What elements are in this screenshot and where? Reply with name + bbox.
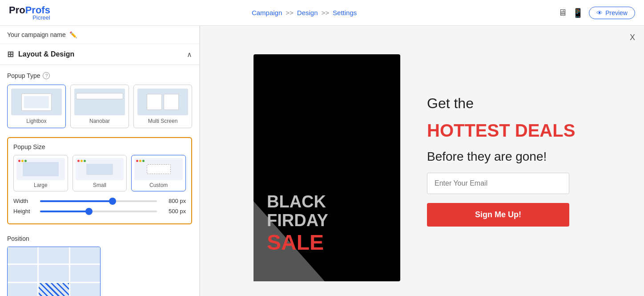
pos-cell-mc[interactable]	[39, 265, 68, 281]
logo[interactable]: ProProfs Picreel	[9, 4, 50, 21]
multiscreen-label: Multi Screen	[148, 118, 178, 124]
position-grid	[7, 247, 101, 296]
campaign-name-text: Your campaign name	[7, 31, 66, 38]
pos-cell-br[interactable]	[70, 283, 100, 296]
nav-settings[interactable]: Settings	[333, 9, 357, 16]
height-slider-track[interactable]	[40, 211, 157, 212]
popup-type-options: Lightbox Nanobar	[7, 85, 192, 128]
height-label: Height	[13, 208, 36, 215]
tablet-icon[interactable]: 📱	[572, 8, 584, 18]
layout-icon: ⊞	[7, 49, 14, 59]
height-slider-fill	[40, 211, 89, 212]
nanobar-label: Nanobar	[89, 118, 110, 124]
popup-type-multiscreen[interactable]: Multi Screen	[133, 85, 192, 128]
bf-friday-text: FIRDAY	[267, 211, 328, 230]
popup-container: BLACK FIRDAY SALE Get the HOTTEST DEALS …	[200, 26, 644, 296]
bf-text-container: BLACK FIRDAY SALE	[254, 193, 400, 255]
popup-type-area: Popup Type ? Lightbox	[0, 65, 199, 132]
breadcrumb-nav: Campaign >> Design >> Settings	[252, 9, 357, 16]
popup-type-nanobar[interactable]: Nanobar	[70, 85, 129, 128]
popup-size-area: Popup Size Large	[7, 137, 192, 224]
size-option-custom[interactable]: Custom	[131, 155, 186, 191]
sidebar: Your campaign name ✏️ ⊞ Layout & Design …	[0, 26, 200, 296]
nav-sep1: >>	[286, 9, 294, 16]
pos-cell-bc[interactable]	[39, 283, 68, 296]
height-value: 500 px	[161, 208, 186, 215]
pos-cell-tc[interactable]	[39, 247, 68, 264]
get-the-text: Get the	[427, 95, 617, 112]
help-icon[interactable]: ?	[43, 72, 50, 79]
popup-size-label: Popup Size	[13, 143, 186, 150]
popup-type-text: Popup Type	[7, 72, 40, 79]
lightbox-label: Lightbox	[26, 118, 46, 124]
signup-button[interactable]: Sign Me Up!	[427, 203, 569, 227]
size-option-small[interactable]: Small	[72, 155, 127, 191]
width-slider-row: Width 800 px	[13, 198, 186, 204]
pos-cell-ml[interactable]	[8, 265, 37, 281]
width-slider-fill	[40, 200, 113, 202]
section-header-left: ⊞ Layout & Design	[7, 49, 74, 59]
nav-campaign[interactable]: Campaign	[252, 9, 282, 16]
nanobar-preview	[74, 89, 125, 115]
hottest-deals-text: HOTTEST DEALS	[427, 121, 617, 141]
position-label: Position	[7, 235, 192, 242]
small-label: Small	[93, 182, 106, 188]
eye-icon: 👁	[596, 9, 603, 16]
bf-black-text: BLACK	[267, 193, 326, 211]
close-button[interactable]: X	[630, 33, 635, 42]
custom-preview	[134, 158, 183, 180]
email-input[interactable]	[427, 173, 569, 194]
small-preview	[76, 158, 124, 180]
popup-type-label: Popup Type ?	[7, 72, 192, 79]
pos-cell-bl[interactable]	[8, 283, 37, 296]
lightbox-preview	[11, 89, 62, 115]
get-the-label: Get the	[427, 95, 474, 111]
header-actions: 🖥 📱 👁 Preview	[558, 7, 635, 19]
header: ProProfs Picreel Campaign >> Design >> S…	[0, 0, 644, 26]
campaign-name-row: Your campaign name ✏️	[0, 26, 199, 44]
nav-design[interactable]: Design	[297, 9, 318, 16]
height-slider-thumb[interactable]	[85, 208, 93, 215]
large-preview	[16, 158, 65, 180]
section-collapse-icon[interactable]: ∧	[187, 50, 192, 59]
width-label: Width	[13, 198, 36, 204]
size-option-large[interactable]: Large	[13, 155, 68, 191]
layout-design-section-header: ⊞ Layout & Design ∧	[0, 44, 199, 65]
before-gone-text: Before they are gone!	[427, 150, 617, 164]
multi-box-1	[147, 94, 162, 110]
height-slider-row: Height 500 px	[13, 208, 186, 215]
desktop-icon[interactable]: 🖥	[558, 8, 567, 18]
large-label: Large	[34, 182, 48, 188]
custom-label: Custom	[149, 182, 168, 188]
pos-cell-mr[interactable]	[70, 265, 100, 281]
multiscreen-preview	[137, 89, 188, 115]
position-area: Position	[0, 230, 199, 296]
width-slider-track[interactable]	[40, 200, 157, 202]
size-options: Large Small	[13, 155, 186, 191]
pos-cell-tr[interactable]	[70, 247, 100, 264]
multi-box-2	[164, 94, 179, 110]
bf-sale-text: SALE	[267, 230, 324, 255]
width-value: 800 px	[161, 198, 186, 204]
pos-cell-tl[interactable]	[8, 247, 37, 264]
section-label: Layout & Design	[18, 50, 74, 58]
preview-area: X BLACK FIRDAY SALE Get the HOTTEST DEAL…	[200, 26, 644, 296]
preview-button[interactable]: 👁 Preview	[589, 7, 635, 19]
preview-label: Preview	[605, 9, 628, 16]
logo-pro: Pro	[9, 4, 25, 16]
nav-sep2: >>	[322, 9, 330, 16]
popup-type-lightbox[interactable]: Lightbox	[7, 85, 66, 128]
popup-right-side: Get the HOTTEST DEALS Before they are go…	[400, 77, 644, 244]
main-content: Your campaign name ✏️ ⊞ Layout & Design …	[0, 26, 644, 296]
width-slider-thumb[interactable]	[109, 198, 116, 205]
popup-image-side: BLACK FIRDAY SALE	[254, 54, 400, 281]
edit-campaign-icon[interactable]: ✏️	[69, 31, 77, 38]
